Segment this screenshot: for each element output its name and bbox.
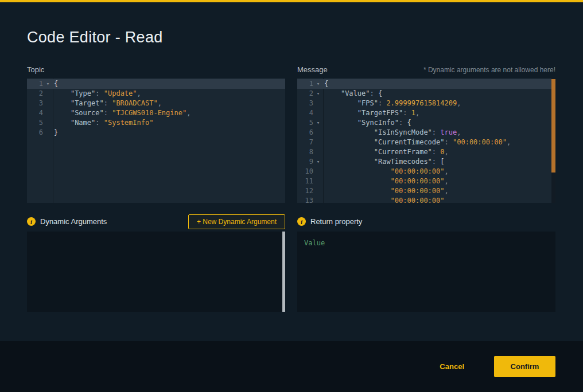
fold-arrow-icon[interactable]: ▾ bbox=[313, 89, 323, 99]
line-number: 11 bbox=[297, 177, 313, 186]
dynamic-arguments-scrollbar[interactable] bbox=[282, 232, 285, 312]
line-number: 9 bbox=[297, 157, 313, 167]
line-number: 5 bbox=[297, 118, 313, 128]
cancel-button[interactable]: Cancel bbox=[440, 362, 464, 371]
bottom-row: i Dynamic Arguments + New Dynamic Argume… bbox=[27, 214, 556, 312]
topic-code-lines: 1▾{2 "Type": "Update",3 "Target": "BROAD… bbox=[27, 79, 285, 138]
message-label: Message bbox=[297, 65, 328, 74]
code-line: 6} bbox=[27, 128, 285, 138]
code-text: } bbox=[53, 128, 58, 138]
code-line: 1▾{ bbox=[27, 79, 285, 89]
fold-spacer bbox=[313, 186, 323, 196]
code-line: 11 "00:00:00:00", bbox=[297, 177, 555, 186]
code-text: "00:00:00:00", bbox=[323, 167, 449, 177]
info-icon: i bbox=[297, 217, 306, 226]
code-line: 1▾{ bbox=[297, 79, 555, 89]
fold-spacer bbox=[43, 108, 53, 118]
code-line: 4 "Source": "TJCGWS010-Engine", bbox=[27, 108, 285, 118]
code-line: 7 "CurrentTimecode": "00:00:00:00", bbox=[297, 138, 555, 147]
fold-arrow-icon[interactable]: ▾ bbox=[313, 157, 323, 167]
line-number: 3 bbox=[27, 99, 43, 108]
topic-code-editor[interactable]: 1▾{2 "Type": "Update",3 "Target": "BROAD… bbox=[27, 78, 285, 203]
new-dynamic-argument-button[interactable]: + New Dynamic Argument bbox=[188, 214, 285, 229]
message-code-lines: 1▾{2▾ "Value": {3 "FPS": 2.9999976158142… bbox=[297, 79, 555, 203]
page-title: Code Editor - Read bbox=[27, 29, 583, 46]
fold-spacer bbox=[313, 147, 323, 157]
code-text: "IsInSyncMode": true, bbox=[323, 128, 461, 138]
code-line: 9▾ "RawTimecodes": [ bbox=[297, 157, 555, 167]
code-line: 13 "00:00:00:00" bbox=[297, 196, 555, 203]
dialog-footer: Cancel Confirm bbox=[0, 341, 583, 392]
code-text: "RawTimecodes": [ bbox=[323, 157, 445, 167]
code-text: "CurrentFrame": 0, bbox=[323, 147, 449, 157]
line-number: 2 bbox=[27, 89, 43, 99]
dynamic-arguments-warning: * Dynamic arguments are not allowed here… bbox=[423, 66, 555, 74]
topic-label: Topic bbox=[27, 65, 44, 74]
line-number: 3 bbox=[297, 99, 313, 108]
confirm-button[interactable]: Confirm bbox=[494, 356, 555, 377]
line-number: 4 bbox=[27, 108, 43, 118]
return-property-value[interactable]: Value bbox=[297, 232, 555, 254]
topic-column: Topic 1▾{2 "Type": "Update",3 "Target": … bbox=[27, 65, 285, 203]
fold-spacer bbox=[313, 108, 323, 118]
code-editor-dialog: Code Editor - Read Topic 1▾{2 "Type": "U… bbox=[0, 2, 583, 341]
line-number: 12 bbox=[297, 186, 313, 196]
line-number: 4 bbox=[297, 108, 313, 118]
code-text: "TargetFPS": 1, bbox=[323, 108, 419, 118]
code-text: "Name": "SystemInfo" bbox=[53, 118, 153, 128]
code-text: "FPS": 2.999997615814209, bbox=[323, 99, 461, 108]
code-line: 2▾ "Value": { bbox=[297, 89, 555, 99]
code-text: "SyncInfo": { bbox=[323, 118, 411, 128]
fold-arrow-icon[interactable]: ▾ bbox=[313, 118, 323, 128]
code-text: { bbox=[323, 79, 328, 89]
return-property-panel[interactable]: Value bbox=[297, 232, 555, 312]
line-number: 5 bbox=[27, 118, 43, 128]
line-number: 7 bbox=[297, 138, 313, 147]
return-property-label: Return property bbox=[310, 217, 362, 226]
line-number: 2 bbox=[297, 89, 313, 99]
dynamic-arguments-section: i Dynamic Arguments + New Dynamic Argume… bbox=[27, 214, 285, 312]
code-line: 3 "FPS": 2.999997615814209, bbox=[297, 99, 555, 108]
fold-spacer bbox=[313, 177, 323, 186]
code-line: 12 "00:00:00:00", bbox=[297, 186, 555, 196]
code-text: "Type": "Update", bbox=[53, 89, 141, 99]
message-editor-scrollbar[interactable] bbox=[551, 78, 555, 203]
fold-arrow-icon[interactable]: ▾ bbox=[43, 79, 53, 89]
line-number: 1 bbox=[297, 79, 313, 89]
dynamic-arguments-label: Dynamic Arguments bbox=[40, 217, 107, 226]
fold-spacer bbox=[313, 128, 323, 138]
dynamic-arguments-list-panel bbox=[27, 232, 285, 312]
message-code-editor[interactable]: 1▾{2▾ "Value": {3 "FPS": 2.9999976158142… bbox=[297, 78, 555, 203]
info-icon: i bbox=[27, 217, 36, 226]
line-number: 6 bbox=[297, 128, 313, 138]
line-number: 10 bbox=[297, 167, 313, 177]
code-line: 5▾ "SyncInfo": { bbox=[297, 118, 555, 128]
fold-spacer bbox=[43, 89, 53, 99]
code-text: "00:00:00:00", bbox=[323, 186, 449, 196]
fold-spacer bbox=[43, 128, 53, 138]
code-line: 10 "00:00:00:00", bbox=[297, 167, 555, 177]
message-column: Message * Dynamic arguments are not allo… bbox=[297, 65, 555, 203]
fold-spacer bbox=[313, 167, 323, 177]
code-line: 6 "IsInSyncMode": true, bbox=[297, 128, 555, 138]
code-text: "00:00:00:00", bbox=[323, 177, 449, 186]
line-number: 6 bbox=[27, 128, 43, 138]
code-text: "Value": { bbox=[323, 89, 382, 99]
code-line: 3 "Target": "BROADCAST", bbox=[27, 99, 285, 108]
line-number: 13 bbox=[297, 196, 313, 203]
code-text: "00:00:00:00" bbox=[323, 196, 445, 203]
line-number: 1 bbox=[27, 79, 43, 89]
editors-row: Topic 1▾{2 "Type": "Update",3 "Target": … bbox=[27, 65, 556, 203]
code-text: "CurrentTimecode": "00:00:00:00", bbox=[323, 138, 511, 147]
top-accent-bar bbox=[0, 0, 583, 2]
code-text: "Source": "TJCGWS010-Engine", bbox=[53, 108, 191, 118]
fold-spacer bbox=[313, 138, 323, 147]
fold-spacer bbox=[43, 99, 53, 108]
fold-arrow-icon[interactable]: ▾ bbox=[313, 79, 323, 89]
code-line: 2 "Type": "Update", bbox=[27, 89, 285, 99]
fold-spacer bbox=[313, 196, 323, 203]
code-text: "Target": "BROADCAST", bbox=[53, 99, 162, 108]
message-editor-scrollbar-thumb[interactable] bbox=[551, 79, 555, 173]
code-line: 4 "TargetFPS": 1, bbox=[297, 108, 555, 118]
code-line: 5 "Name": "SystemInfo" bbox=[27, 118, 285, 128]
